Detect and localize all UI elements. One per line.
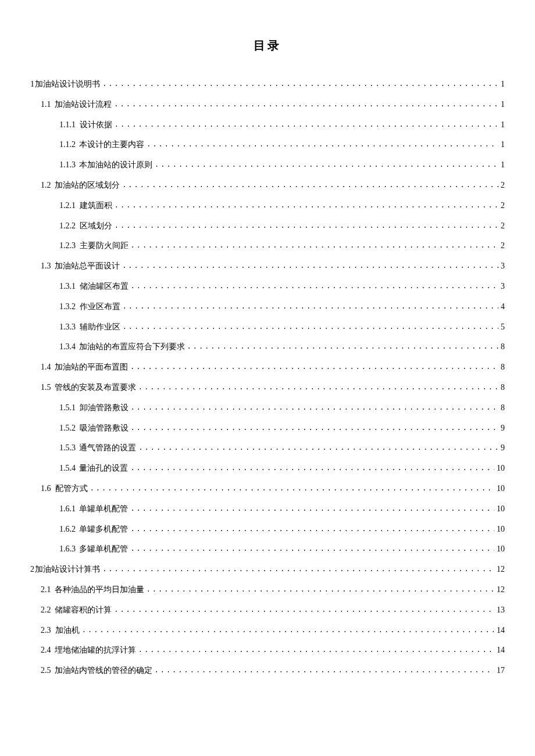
toc-entry-page: 2 — [498, 221, 505, 231]
toc-entry-number: 2.5 — [41, 666, 51, 676]
toc-entry[interactable]: 2.4埋地储油罐的抗浮计算14 — [30, 646, 505, 655]
toc-entry[interactable]: 1.1.1设计依据1 — [30, 120, 505, 130]
toc-entry-page: 9 — [498, 424, 505, 433]
dot-leader — [102, 565, 494, 574]
toc-entry-label: 本加油站的设计原则 — [79, 160, 152, 170]
toc-entry-label: 卸油管路敷设 — [80, 403, 129, 413]
toc-entry-label: 埋地储油罐的抗浮计算 — [55, 646, 136, 655]
page-title: 目录 — [30, 38, 505, 53]
toc-entry[interactable]: 1.1加油站设计流程1 — [30, 100, 505, 110]
toc-entry-label: 多罐单机配管 — [79, 544, 128, 554]
toc-entry-number: 1.3.2 — [59, 302, 76, 312]
toc-entry-label: 加油站设计计算书 — [35, 565, 100, 575]
toc-entry[interactable]: 1加油站设计说明书1 — [30, 80, 505, 89]
toc-entry-label: 单罐多机配管 — [79, 525, 128, 535]
toc-entry[interactable]: 1.2加油站的区域划分2 — [30, 181, 505, 191]
toc-entry-page: 14 — [494, 646, 505, 655]
toc-entry-page: 8 — [498, 383, 505, 393]
toc-entry[interactable]: 2加油站设计计算书12 — [30, 565, 505, 575]
dot-leader — [82, 626, 494, 635]
toc-entry[interactable]: 2.5加油站内管线的管径的确定17 — [30, 666, 505, 676]
toc-entry-number: 1.1.2 — [59, 140, 76, 150]
toc-entry-label: 加油机 — [55, 626, 80, 636]
toc-entry[interactable]: 1.6.3多罐单机配管10 — [30, 544, 505, 554]
toc-entry-number: 2.1 — [41, 585, 51, 595]
toc-entry-number: 1.4 — [41, 363, 51, 372]
toc-entry-number: 2.2 — [41, 605, 51, 615]
dot-leader — [123, 303, 498, 311]
dot-leader — [130, 464, 494, 472]
toc-entry[interactable]: 1.5.2吸油管路敷设9 — [30, 424, 505, 433]
toc-entry-label: 加油站设计流程 — [55, 100, 112, 110]
toc-entry-page: 8 — [498, 363, 505, 372]
dot-leader — [138, 646, 494, 654]
toc-entry-number: 1.3.3 — [59, 323, 76, 332]
toc-entry-page: 10 — [494, 525, 505, 535]
toc-entry-label: 建筑面积 — [80, 201, 112, 211]
toc-entry-number: 2.4 — [41, 646, 51, 655]
toc-entry[interactable]: 1.3.2作业区布置4 — [30, 302, 505, 312]
toc-entry-label: 加油站总平面设计 — [55, 261, 120, 271]
toc-entry-page: 1 — [498, 140, 505, 150]
toc-entry-label: 作业区布置 — [80, 302, 120, 312]
toc-entry-label: 配管方式 — [55, 484, 88, 494]
toc-entry[interactable]: 1.3加油站总平面设计3 — [30, 261, 505, 271]
toc-entry-number: 1.6 — [41, 484, 51, 494]
toc-entry[interactable]: 1.1.3本加油站的设计原则1 — [30, 160, 505, 170]
dot-leader — [155, 667, 495, 675]
toc-entry[interactable]: 1.3.3辅助作业区5 — [30, 323, 505, 332]
toc-entry-page: 1 — [498, 120, 505, 130]
toc-entry-label: 加油站的布置应符合下列要求 — [79, 342, 185, 352]
toc-entry[interactable]: 1.6.2单罐多机配管10 — [30, 525, 505, 535]
toc-entry-number: 2 — [30, 565, 34, 575]
toc-entry-number: 1.2.3 — [59, 241, 76, 251]
dot-leader — [90, 485, 494, 493]
toc-entry[interactable]: 1.5管线的安装及布置要求8 — [30, 383, 505, 393]
dot-leader — [130, 505, 494, 513]
dot-leader — [123, 323, 498, 331]
toc-entry-number: 1.6.2 — [59, 525, 76, 535]
toc-entry[interactable]: 1.2.3主要防火间距2 — [30, 241, 505, 251]
dot-leader — [122, 262, 498, 270]
toc-entry-number: 1.6.3 — [59, 544, 76, 554]
toc-entry[interactable]: 2.2储罐容积的计算13 — [30, 605, 505, 615]
toc-entry-label: 区域划分 — [80, 221, 112, 231]
toc-entry-label: 吸油管路敷设 — [80, 424, 129, 433]
toc-entry-page: 17 — [494, 666, 505, 676]
toc-entry-label: 通气管路的设置 — [79, 443, 136, 453]
toc-entry[interactable]: 1.5.4量油孔的设置10 — [30, 464, 505, 474]
toc-entry-number: 1.1 — [41, 100, 51, 110]
toc-entry-number: 1 — [30, 80, 34, 89]
toc-entry-label: 加油站设计说明书 — [35, 80, 100, 89]
dot-leader — [130, 545, 494, 553]
toc-entry[interactable]: 1.3.4加油站的布置应符合下列要求8 — [30, 342, 505, 352]
toc-entry-number: 1.3.4 — [59, 342, 76, 352]
toc-entry[interactable]: 1.5.1卸油管路敷设8 — [30, 403, 505, 413]
toc-entry[interactable]: 2.1各种油品的平均日加油量12 — [30, 585, 505, 595]
dot-leader — [131, 424, 499, 432]
toc-entry[interactable]: 1.3.1储油罐区布置3 — [30, 282, 505, 292]
dot-leader — [131, 282, 499, 291]
toc-entry[interactable]: 1.4加油站的平面布置图8 — [30, 363, 505, 372]
toc-entry[interactable]: 1.6.1单罐单机配管10 — [30, 504, 505, 514]
toc-entry[interactable]: 1.2.1建筑面积2 — [30, 201, 505, 211]
dot-leader — [147, 586, 494, 594]
toc-entry-number: 1.2 — [41, 181, 51, 191]
toc-entry-page: 10 — [494, 464, 505, 474]
toc-entry[interactable]: 1.2.2区域划分2 — [30, 221, 505, 231]
toc-entry[interactable]: 2.3加油机14 — [30, 626, 505, 636]
toc-entry-page: 14 — [494, 626, 505, 636]
toc-entry[interactable]: 1.1.2本设计的主要内容1 — [30, 140, 505, 150]
toc-entry-label: 单罐单机配管 — [79, 504, 128, 514]
toc-entry-label: 储油罐区布置 — [80, 282, 129, 292]
dot-leader — [115, 222, 498, 230]
dot-leader — [138, 384, 498, 392]
dot-leader — [115, 121, 498, 129]
toc-entry-page: 8 — [498, 342, 505, 352]
toc-entry-number: 1.5.1 — [59, 403, 76, 413]
toc-entry[interactable]: 1.5.3通气管路的设置9 — [30, 443, 505, 453]
toc-entry-page: 3 — [498, 261, 505, 271]
toc-entry-number: 1.2.2 — [59, 221, 76, 231]
table-of-contents: 1加油站设计说明书11.1加油站设计流程11.1.1设计依据11.1.2本设计的… — [30, 80, 505, 676]
toc-entry[interactable]: 1.6配管方式10 — [30, 484, 505, 494]
